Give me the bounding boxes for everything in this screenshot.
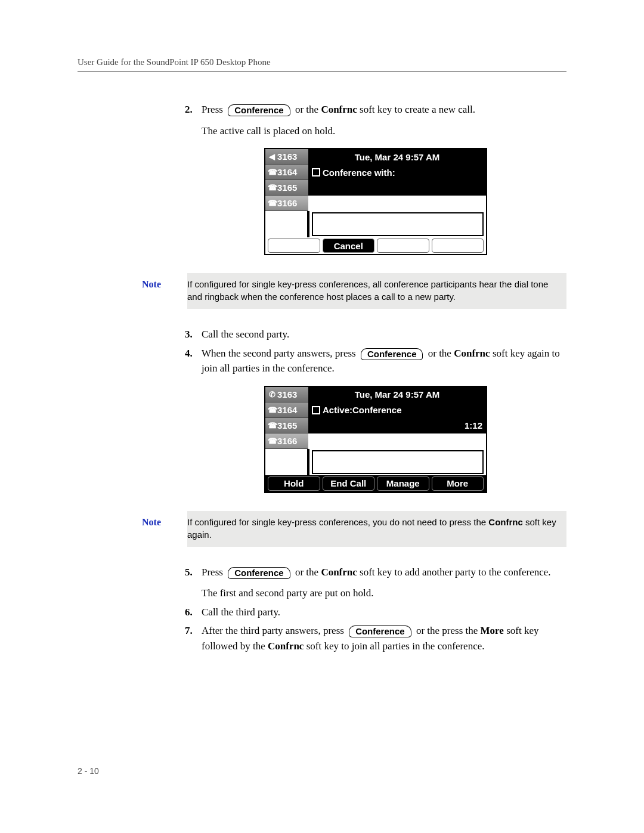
note-body: If configured for single key-press confe… (187, 511, 566, 547)
page-number: 2 - 10 (78, 766, 99, 776)
step-text: Call the second party. (202, 329, 289, 340)
call-title-row: Conference with: (308, 165, 486, 180)
line-key: ◀3163 (265, 149, 308, 165)
softkey-blank (377, 239, 429, 253)
status-bar: Tue, Mar 24 9:57 AM (308, 387, 486, 402)
softkey-name: Confrnc (454, 348, 490, 359)
line-key: ☎3164 (265, 402, 308, 418)
line-blank (265, 449, 308, 475)
status-bar: Tue, Mar 24 9:57 AM (308, 149, 486, 165)
softkey-more[interactable]: More (432, 476, 484, 491)
speaker-icon: ◀ (268, 152, 276, 161)
phone-screen-2: ✆3163 Tue, Mar 24 9:57 AM ☎3164 Active:C… (264, 386, 487, 493)
line-key: ☎3164 (265, 165, 308, 180)
line-key: ✆3163 (265, 387, 308, 402)
step-6: 6. Call the third party. (185, 605, 566, 620)
step-text: Press (202, 566, 225, 578)
phone-icon: ☎ (268, 421, 276, 430)
note-1: Note If configured for single key-press … (140, 273, 566, 309)
step-text: soft key to join all parties in the conf… (304, 640, 484, 652)
step-text: soft key to add another party to the con… (357, 566, 551, 578)
step-text: or the (428, 348, 454, 359)
step-5: 5. Press Conference or the Confrnc soft … (185, 565, 566, 601)
line-blank (265, 211, 308, 237)
step-text: After the third party answers, press (202, 625, 346, 636)
softkey-blank (268, 239, 320, 253)
conference-button-icon: Conference (228, 104, 290, 116)
conference-button-icon: Conference (349, 625, 411, 637)
note-label: Note (140, 511, 187, 547)
step-text: Call the third party. (202, 606, 280, 618)
header-rule (78, 71, 566, 72)
softkey-manage[interactable]: Manage (377, 476, 429, 491)
call-timer: 1:12 (465, 420, 482, 431)
softkey-cancel[interactable]: Cancel (323, 239, 375, 253)
line-key: ☎3165 (265, 180, 308, 196)
step-sub: The first and second party are put on ho… (202, 586, 566, 601)
call-body (308, 180, 486, 196)
input-area (308, 449, 486, 475)
step-text: or the (295, 104, 321, 115)
step-text: Press (202, 104, 225, 115)
phone-icon: ☎ (268, 168, 276, 176)
confrnc-key: Confrnc (268, 640, 304, 652)
step-text: soft key to create a new call. (357, 104, 475, 115)
input-area (308, 211, 486, 237)
line-key: ☎3166 (265, 196, 308, 211)
phone-icon: ☎ (268, 405, 276, 414)
handset-icon: ✆ (268, 390, 276, 399)
softkey-hold[interactable]: Hold (268, 476, 320, 491)
call-body-white (308, 433, 486, 449)
step-2: 2. Press Conference or the Confrnc soft … (185, 102, 566, 138)
phone-icon: ☎ (268, 436, 276, 445)
phone-screen-1: ◀3163 Tue, Mar 24 9:57 AM ☎3164 Conferen… (264, 148, 487, 255)
softkey-blank (432, 239, 484, 253)
note-label: Note (140, 273, 187, 309)
conference-button-icon: Conference (361, 348, 423, 360)
note-2: Note If configured for single key-press … (140, 511, 566, 547)
step-number: 2. (185, 102, 193, 117)
softkey-name: Confrnc (321, 566, 357, 578)
more-key: More (481, 625, 504, 636)
step-3: 3. Call the second party. (185, 327, 566, 342)
phone-icon: ☎ (268, 183, 276, 192)
line-key: ☎3166 (265, 433, 308, 449)
step-number: 7. (185, 623, 193, 639)
call-title-row: Active:Conference (308, 402, 486, 418)
softkey-endcall[interactable]: End Call (323, 476, 375, 491)
softkey-name: Confrnc (321, 104, 357, 115)
step-text: or the (295, 566, 321, 578)
step-text: When the second party answers, press (202, 348, 358, 359)
phone-icon: ☎ (268, 199, 276, 208)
line-key: ☎3165 (265, 418, 308, 433)
step-number: 4. (185, 346, 193, 361)
running-header: User Guide for the SoundPoint IP 650 Des… (78, 57, 566, 67)
step-text: or the press the (416, 625, 481, 636)
step-number: 6. (185, 605, 193, 620)
box-icon (312, 168, 320, 176)
step-4: 4. When the second party answers, press … (185, 346, 566, 376)
note-body: If configured for single key-press confe… (187, 273, 566, 309)
step-number: 3. (185, 327, 193, 342)
call-body-white (308, 196, 486, 211)
timer-row: 1:12 (308, 418, 486, 433)
step-7: 7. After the third party answers, press … (185, 623, 566, 654)
conference-button-icon: Conference (228, 567, 290, 579)
step-number: 5. (185, 565, 193, 580)
step-sub: The active call is placed on hold. (202, 123, 566, 139)
box-icon (312, 406, 320, 414)
